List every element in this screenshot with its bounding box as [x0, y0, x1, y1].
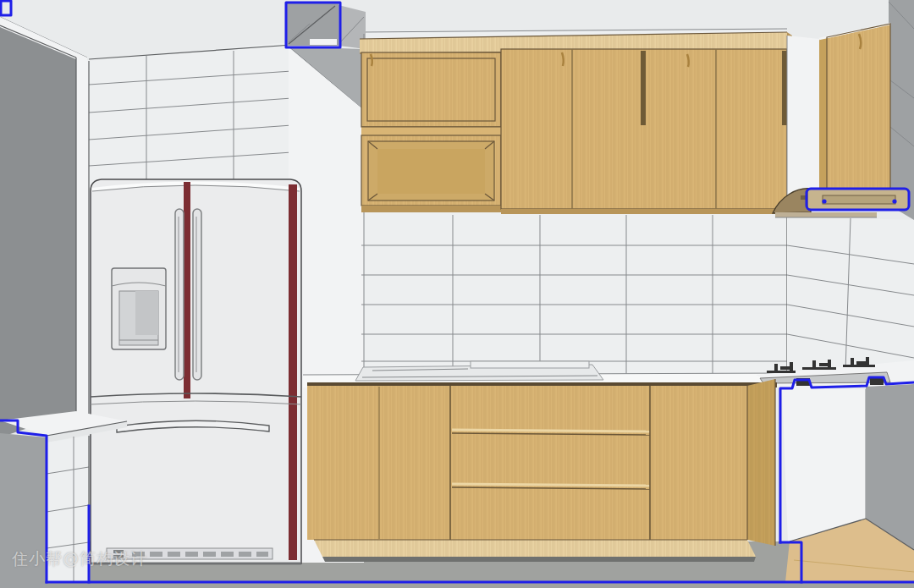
upper-door-framed[interactable] [361, 52, 501, 127]
tall-wall-cabinet[interactable] [819, 24, 890, 196]
upper-cabinets[interactable] [360, 32, 792, 214]
base-cabinets[interactable] [307, 379, 777, 562]
tall-side-panel[interactable] [782, 387, 866, 542]
corner-window[interactable] [0, 17, 89, 437]
door-handle-groove [782, 51, 787, 125]
door-handle-groove [641, 51, 646, 125]
ceiling-duct-box[interactable] [287, 3, 366, 49]
fridge-side-trim [289, 184, 297, 560]
filler-panel [787, 36, 819, 213]
range-hood[interactable] [773, 189, 908, 217]
upper-doors-plain[interactable] [501, 49, 787, 209]
upper-door-recessed[interactable] [361, 135, 501, 206]
refrigerator[interactable] [91, 179, 301, 565]
window-glass [0, 27, 76, 437]
water-dispenser[interactable] [112, 268, 166, 349]
fridge-center-trim [184, 182, 190, 398]
fridge-base-vent [107, 548, 273, 559]
render-viewport: 住小帮@简构设计 [0, 0, 914, 588]
right-wall [889, 0, 914, 220]
right-wall-tiles [787, 217, 914, 382]
